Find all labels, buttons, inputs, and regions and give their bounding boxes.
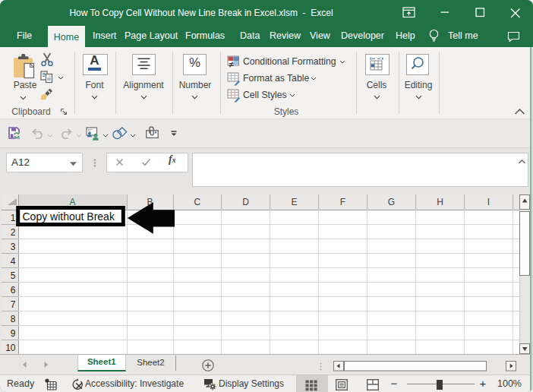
svg-text:H: H	[437, 197, 443, 207]
svg-text:9: 9	[11, 328, 16, 339]
svg-text:5: 5	[11, 270, 16, 281]
svg-text:A: A	[69, 197, 75, 207]
svg-text:4: 4	[11, 256, 16, 267]
svg-text:D: D	[242, 197, 249, 207]
svg-text:10: 10	[5, 343, 16, 353]
svg-text:1: 1	[11, 213, 16, 223]
svg-text:6: 6	[11, 285, 16, 296]
svg-text:8: 8	[11, 314, 16, 324]
svg-text:3: 3	[11, 242, 16, 252]
svg-text:7: 7	[11, 299, 16, 310]
svg-text:C: C	[194, 197, 200, 207]
svg-text:F: F	[340, 197, 345, 207]
svg-text:I: I	[487, 197, 490, 207]
svg-text:Copy without Break: Copy without Break	[23, 210, 115, 223]
svg-text:2: 2	[11, 227, 16, 238]
svg-text:E: E	[291, 197, 297, 207]
svg-text:G: G	[388, 197, 395, 207]
